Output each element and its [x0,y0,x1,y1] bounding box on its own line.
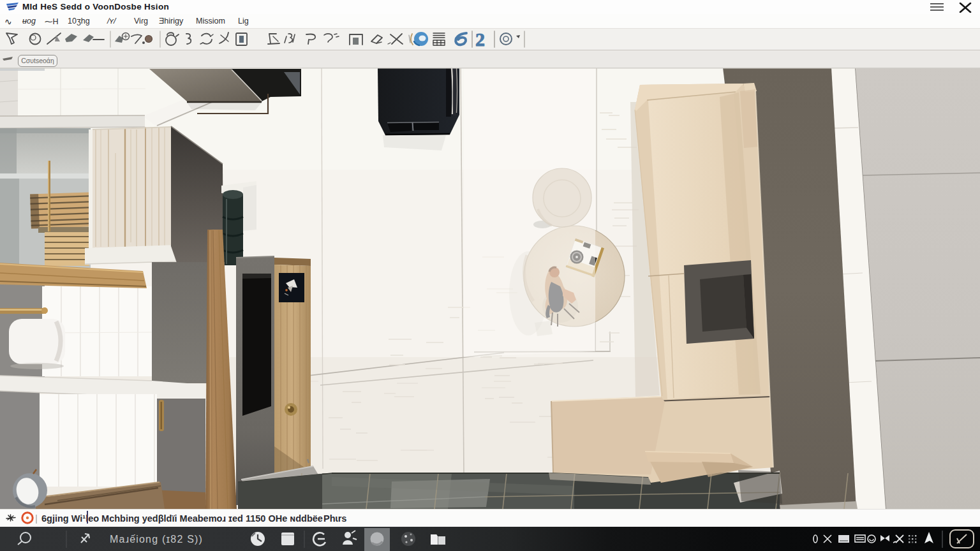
svg-text:Maɹếionɡ (ɪ82 S)): Maɹếionɡ (ɪ82 S)) [110,534,203,545]
svg-text:2: 2 [475,29,485,50]
